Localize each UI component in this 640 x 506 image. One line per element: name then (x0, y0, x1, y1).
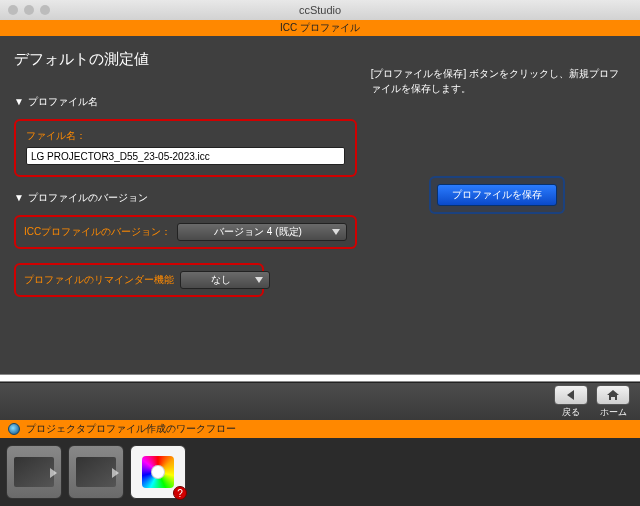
svg-marker-2 (567, 390, 574, 400)
disclosure-triangle-icon: ▼ (14, 192, 24, 203)
help-badge-icon[interactable]: ? (173, 486, 187, 500)
disclosure-triangle-icon: ▼ (14, 96, 24, 107)
reminder-dropdown[interactable]: なし (180, 271, 270, 289)
page-title: デフォルトの測定値 (14, 50, 357, 69)
workflow-step-1[interactable] (6, 445, 62, 499)
chevron-down-icon (332, 228, 340, 236)
home-icon (596, 385, 630, 405)
back-arrow-icon (554, 385, 588, 405)
chevron-down-icon (255, 276, 263, 284)
save-instructions: [プロファイルを保存] ボタンをクリックし、新規プロファイルを保存します。 (371, 66, 624, 96)
play-icon (50, 468, 57, 478)
subheader-bar: ICC プロファイル (0, 20, 640, 36)
content-divider (0, 374, 640, 382)
save-profile-button[interactable]: プロファイルを保存 (437, 184, 557, 206)
reminder-value: なし (211, 273, 231, 287)
save-button-wrap: プロファイルを保存 (371, 176, 624, 214)
icc-version-label: ICCプロファイルのバージョン： (24, 225, 171, 239)
section-profile-version-header[interactable]: ▼プロファイルのバージョン (14, 191, 357, 205)
play-icon (112, 468, 119, 478)
window-title: ccStudio (299, 4, 341, 16)
workflow-thumbnails: ? (0, 438, 640, 506)
svg-marker-0 (332, 229, 340, 235)
back-button[interactable]: 戻る (554, 385, 588, 419)
close-window[interactable] (8, 5, 18, 15)
icc-version-value: バージョン 4 (既定) (214, 225, 302, 239)
icc-version-group: ICCプロファイルのバージョン： バージョン 4 (既定) (14, 215, 357, 249)
main-content: デフォルトの測定値 ▼プロファイル名 ファイル名： ▼プロファイルのバージョン … (0, 36, 640, 374)
reminder-group: プロファイルのリマインダー機能 なし (14, 263, 264, 297)
color-profile-icon (142, 456, 174, 488)
window-controls[interactable] (8, 5, 50, 15)
subheader-title: ICC プロファイル (280, 21, 360, 35)
minimize-window[interactable] (24, 5, 34, 15)
filename-input[interactable] (26, 147, 345, 165)
bottom-nav: 戻る ホーム (0, 382, 640, 420)
workflow-step-2[interactable] (68, 445, 124, 499)
svg-marker-3 (607, 390, 619, 400)
save-button-highlight: プロファイルを保存 (429, 176, 565, 214)
left-column: デフォルトの測定値 ▼プロファイル名 ファイル名： ▼プロファイルのバージョン … (0, 36, 367, 374)
workflow-bar[interactable]: プロジェクタプロファイル作成のワークフロー (0, 420, 640, 438)
window-titlebar: ccStudio (0, 0, 640, 20)
svg-marker-1 (255, 277, 263, 283)
workflow-title: プロジェクタプロファイル作成のワークフロー (26, 422, 236, 436)
zoom-window[interactable] (40, 5, 50, 15)
home-label: ホーム (600, 406, 627, 419)
workflow-step-3-active[interactable]: ? (130, 445, 186, 499)
back-label: 戻る (562, 406, 580, 419)
projector-icon (8, 423, 20, 435)
icc-version-dropdown[interactable]: バージョン 4 (既定) (177, 223, 346, 241)
reminder-label: プロファイルのリマインダー機能 (24, 273, 174, 287)
filename-label: ファイル名： (26, 129, 345, 143)
right-column: [プロファイルを保存] ボタンをクリックし、新規プロファイルを保存します。 プロ… (367, 36, 640, 374)
home-button[interactable]: ホーム (596, 385, 630, 419)
profile-name-group: ファイル名： (14, 119, 357, 177)
section-profile-name-header[interactable]: ▼プロファイル名 (14, 95, 357, 109)
